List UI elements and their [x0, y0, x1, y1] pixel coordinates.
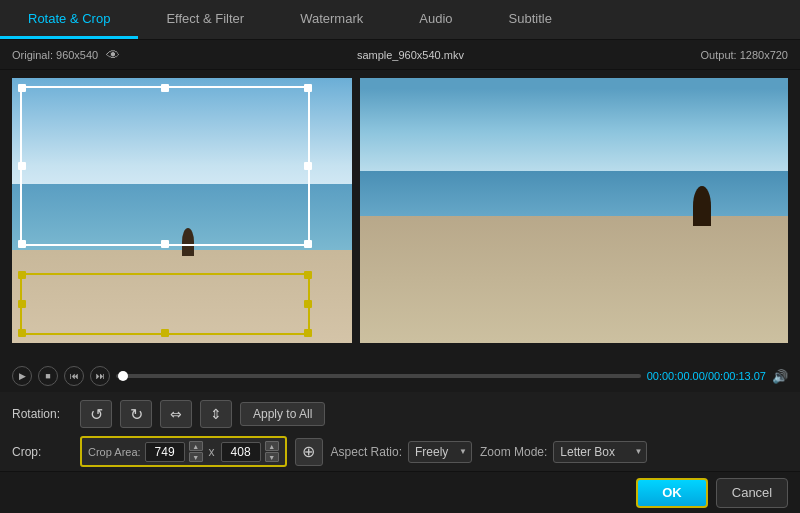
eye-icon[interactable]: 👁 [106, 47, 120, 63]
yellow-handle-tl[interactable] [18, 271, 26, 279]
yellow-handle-bl[interactable] [18, 329, 26, 337]
preview-left [12, 78, 352, 343]
ok-button[interactable]: OK [636, 478, 708, 508]
yellow-crop-box[interactable] [20, 273, 310, 335]
crop-handle-tm[interactable] [161, 84, 169, 92]
sand-right-bg [360, 216, 788, 343]
tab-effect-filter[interactable]: Effect & Filter [138, 0, 272, 39]
crop-handle-tl[interactable] [18, 84, 26, 92]
time-display: 00:00:00.00/00:00:13.07 [647, 370, 766, 382]
crop-width-up[interactable]: ▲ [189, 441, 203, 451]
yellow-handle-br[interactable] [304, 329, 312, 337]
progress-bar[interactable] [116, 374, 641, 378]
center-crop-button[interactable]: ⊕ [295, 438, 323, 466]
rotation-label: Rotation: [12, 407, 72, 421]
crop-x-separator: x [209, 445, 215, 459]
info-left: Original: 960x540 👁 [12, 47, 120, 63]
aspect-ratio-select-wrapper: Freely 16:9 4:3 1:1 9:16 [408, 441, 472, 463]
figure-right-silhouette [693, 186, 711, 226]
prev-icon: ⏮ [70, 371, 79, 381]
crop-handle-br[interactable] [304, 240, 312, 248]
zoom-mode-group: Zoom Mode: Letter Box Pan & Scan Full [480, 441, 647, 463]
zoom-mode-select[interactable]: Letter Box Pan & Scan Full [553, 441, 647, 463]
crop-height-down[interactable]: ▼ [265, 452, 279, 462]
flip-horizontal-button[interactable]: ⇔ [160, 400, 192, 428]
crop-height-spinner: ▲ ▼ [265, 441, 279, 462]
crop-row: Crop: Crop Area: ▲ ▼ x ▲ ▼ ⊕ Aspect Rati… [12, 436, 788, 467]
cancel-button[interactable]: Cancel [716, 478, 788, 508]
aspect-ratio-label: Aspect Ratio: [331, 445, 402, 459]
zoom-mode-select-wrapper: Letter Box Pan & Scan Full [553, 441, 647, 463]
rotation-row: Rotation: ↺ ↻ ⇔ ⇕ Apply to All [12, 400, 788, 428]
preview-area [0, 70, 800, 360]
crop-width-input[interactable] [145, 442, 185, 462]
stop-icon: ■ [45, 371, 50, 381]
tab-bar: Rotate & Crop Effect & Filter Watermark … [0, 0, 800, 40]
playback-bar: ▶ ■ ⏮ ⏭ 00:00:00.00/00:00:13.07 🔊 [0, 360, 800, 392]
yellow-handle-mr[interactable] [304, 300, 312, 308]
rotate-cw-button[interactable]: ↻ [120, 400, 152, 428]
yellow-handle-tr[interactable] [304, 271, 312, 279]
crop-width-down[interactable]: ▼ [189, 452, 203, 462]
yellow-handle-bm[interactable] [161, 329, 169, 337]
prev-frame-button[interactable]: ⏮ [64, 366, 84, 386]
zoom-mode-label: Zoom Mode: [480, 445, 547, 459]
output-resolution: Output: 1280x720 [701, 49, 788, 61]
flip-v-icon: ⇕ [210, 406, 222, 422]
next-frame-button[interactable]: ⏭ [90, 366, 110, 386]
crop-selection-box[interactable] [20, 86, 310, 246]
tab-watermark[interactable]: Watermark [272, 0, 391, 39]
sky-right-bg [360, 78, 788, 184]
volume-icon[interactable]: 🔊 [772, 369, 788, 384]
stop-button[interactable]: ■ [38, 366, 58, 386]
tab-rotate-crop[interactable]: Rotate & Crop [0, 0, 138, 39]
rotate-ccw-button[interactable]: ↺ [80, 400, 112, 428]
original-resolution: Original: 960x540 [12, 49, 98, 61]
crop-handle-ml[interactable] [18, 162, 26, 170]
right-video-frame [360, 78, 788, 343]
apply-to-all-button[interactable]: Apply to All [240, 402, 325, 426]
tab-audio[interactable]: Audio [391, 0, 480, 39]
crop-handle-bl[interactable] [18, 240, 26, 248]
crop-handle-tr[interactable] [304, 84, 312, 92]
progress-dot[interactable] [118, 371, 128, 381]
rotate-cw-icon: ↻ [130, 405, 143, 424]
yellow-handle-ml[interactable] [18, 300, 26, 308]
next-icon: ⏭ [96, 371, 105, 381]
tab-subtitle[interactable]: Subtitle [481, 0, 580, 39]
play-button[interactable]: ▶ [12, 366, 32, 386]
info-bar: Original: 960x540 👁 sample_960x540.mkv O… [0, 40, 800, 70]
aspect-ratio-select[interactable]: Freely 16:9 4:3 1:1 9:16 [408, 441, 472, 463]
crop-area-group: Crop Area: ▲ ▼ x ▲ ▼ [80, 436, 287, 467]
rotate-ccw-icon: ↺ [90, 405, 103, 424]
footer: OK Cancel [0, 471, 800, 513]
crop-label: Crop: [12, 445, 72, 459]
crop-handle-mr[interactable] [304, 162, 312, 170]
play-icon: ▶ [19, 371, 26, 381]
crop-handle-bm[interactable] [161, 240, 169, 248]
flip-h-icon: ⇔ [170, 406, 182, 422]
filename: sample_960x540.mkv [357, 49, 464, 61]
crop-height-up[interactable]: ▲ [265, 441, 279, 451]
crop-height-input[interactable] [221, 442, 261, 462]
crop-area-label: Crop Area: [88, 446, 141, 458]
center-crop-icon: ⊕ [302, 442, 315, 461]
aspect-ratio-group: Aspect Ratio: Freely 16:9 4:3 1:1 9:16 [331, 441, 472, 463]
crop-width-spinner: ▲ ▼ [189, 441, 203, 462]
flip-vertical-button[interactable]: ⇕ [200, 400, 232, 428]
left-video-frame [12, 78, 352, 343]
preview-right [360, 78, 788, 343]
